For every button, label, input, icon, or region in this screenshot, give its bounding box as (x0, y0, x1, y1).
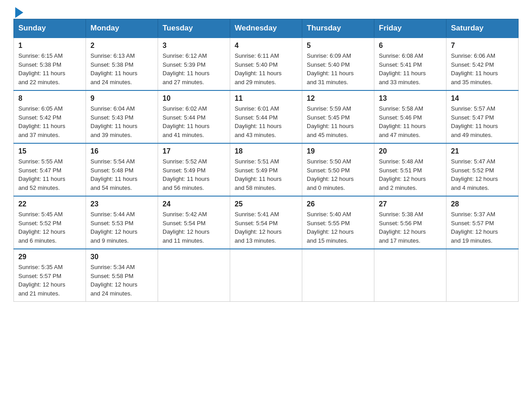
calendar-cell: 14Sunrise: 5:57 AMSunset: 5:47 PMDayligh… (446, 90, 519, 143)
calendar-cell: 28Sunrise: 5:37 AMSunset: 5:57 PMDayligh… (446, 196, 519, 249)
day-info: Sunrise: 5:45 AMSunset: 5:52 PMDaylight:… (18, 210, 81, 245)
day-number: 17 (163, 147, 225, 155)
day-info: Sunrise: 5:40 AMSunset: 5:55 PMDaylight:… (307, 210, 369, 245)
calendar-header-row: SundayMondayTuesdayWednesdayThursdayFrid… (14, 19, 519, 38)
day-number: 29 (18, 253, 81, 261)
day-number: 26 (307, 200, 369, 208)
day-number: 9 (90, 94, 153, 103)
day-number: 21 (451, 147, 514, 155)
calendar-cell: 19Sunrise: 5:50 AMSunset: 5:50 PMDayligh… (302, 143, 374, 196)
calendar-cell: 18Sunrise: 5:51 AMSunset: 5:49 PMDayligh… (230, 143, 302, 196)
day-number: 15 (18, 147, 81, 155)
day-number: 30 (90, 253, 153, 261)
day-info: Sunrise: 5:37 AMSunset: 5:57 PMDaylight:… (451, 210, 514, 245)
calendar-cell: 13Sunrise: 5:58 AMSunset: 5:46 PMDayligh… (374, 90, 446, 143)
day-number: 10 (163, 94, 225, 103)
day-number: 3 (163, 42, 225, 50)
column-header-saturday: Saturday (446, 19, 519, 38)
calendar-cell: 6Sunrise: 6:08 AMSunset: 5:41 PMDaylight… (374, 38, 446, 90)
day-info: Sunrise: 6:08 AMSunset: 5:41 PMDaylight:… (379, 51, 442, 86)
calendar-cell: 25Sunrise: 5:41 AMSunset: 5:54 PMDayligh… (230, 196, 302, 249)
calendar-week-row: 1Sunrise: 6:15 AMSunset: 5:38 PMDaylight… (14, 38, 519, 90)
day-number: 20 (379, 147, 442, 155)
day-number: 8 (18, 94, 81, 103)
calendar-cell: 16Sunrise: 5:54 AMSunset: 5:48 PMDayligh… (86, 143, 158, 196)
calendar-week-row: 29Sunrise: 5:35 AMSunset: 5:57 PMDayligh… (14, 249, 519, 302)
calendar-cell (374, 249, 446, 302)
day-number: 19 (307, 147, 369, 155)
day-number: 5 (307, 42, 369, 50)
day-info: Sunrise: 5:38 AMSunset: 5:56 PMDaylight:… (379, 210, 442, 245)
day-info: Sunrise: 5:59 AMSunset: 5:45 PMDaylight:… (307, 104, 369, 139)
day-number: 16 (90, 147, 153, 155)
day-number: 1 (18, 42, 81, 50)
column-header-thursday: Thursday (302, 19, 374, 38)
day-info: Sunrise: 5:50 AMSunset: 5:50 PMDaylight:… (307, 157, 369, 192)
day-info: Sunrise: 5:48 AMSunset: 5:51 PMDaylight:… (379, 157, 442, 192)
calendar-cell: 20Sunrise: 5:48 AMSunset: 5:51 PMDayligh… (374, 143, 446, 196)
day-number: 7 (451, 42, 514, 50)
calendar-table: SundayMondayTuesdayWednesdayThursdayFrid… (13, 19, 519, 302)
day-info: Sunrise: 5:41 AMSunset: 5:54 PMDaylight:… (235, 210, 297, 245)
column-header-sunday: Sunday (14, 19, 86, 38)
calendar-cell (302, 249, 374, 302)
calendar-cell (446, 249, 519, 302)
day-info: Sunrise: 6:15 AMSunset: 5:38 PMDaylight:… (18, 51, 81, 86)
calendar-cell: 23Sunrise: 5:44 AMSunset: 5:53 PMDayligh… (86, 196, 158, 249)
calendar-cell: 8Sunrise: 6:05 AMSunset: 5:42 PMDaylight… (14, 90, 86, 143)
column-header-wednesday: Wednesday (230, 19, 302, 38)
page-header (13, 9, 519, 14)
day-number: 12 (307, 94, 369, 103)
day-number: 14 (451, 94, 514, 103)
calendar-cell: 24Sunrise: 5:42 AMSunset: 5:54 PMDayligh… (158, 196, 230, 249)
calendar-cell (158, 249, 230, 302)
calendar-cell: 22Sunrise: 5:45 AMSunset: 5:52 PMDayligh… (14, 196, 86, 249)
day-info: Sunrise: 6:11 AMSunset: 5:40 PMDaylight:… (235, 51, 297, 86)
logo-arrow-icon (15, 7, 23, 18)
day-info: Sunrise: 5:54 AMSunset: 5:48 PMDaylight:… (90, 157, 153, 192)
column-header-monday: Monday (86, 19, 158, 38)
calendar-cell: 3Sunrise: 6:12 AMSunset: 5:39 PMDaylight… (158, 38, 230, 90)
calendar-cell: 15Sunrise: 5:55 AMSunset: 5:47 PMDayligh… (14, 143, 86, 196)
day-number: 4 (235, 42, 297, 50)
day-info: Sunrise: 5:52 AMSunset: 5:49 PMDaylight:… (163, 157, 225, 192)
day-number: 24 (163, 200, 225, 208)
calendar-cell: 4Sunrise: 6:11 AMSunset: 5:40 PMDaylight… (230, 38, 302, 90)
column-header-tuesday: Tuesday (158, 19, 230, 38)
day-info: Sunrise: 6:05 AMSunset: 5:42 PMDaylight:… (18, 104, 81, 139)
calendar-cell: 2Sunrise: 6:13 AMSunset: 5:38 PMDaylight… (86, 38, 158, 90)
calendar-cell: 21Sunrise: 5:47 AMSunset: 5:52 PMDayligh… (446, 143, 519, 196)
day-info: Sunrise: 5:47 AMSunset: 5:52 PMDaylight:… (451, 157, 514, 192)
day-number: 6 (379, 42, 442, 50)
day-info: Sunrise: 6:12 AMSunset: 5:39 PMDaylight:… (163, 51, 225, 86)
day-number: 25 (235, 200, 297, 208)
calendar-cell (230, 249, 302, 302)
day-info: Sunrise: 6:02 AMSunset: 5:44 PMDaylight:… (163, 104, 225, 139)
logo (13, 9, 23, 14)
calendar-cell: 11Sunrise: 6:01 AMSunset: 5:44 PMDayligh… (230, 90, 302, 143)
day-info: Sunrise: 6:13 AMSunset: 5:38 PMDaylight:… (90, 51, 153, 86)
day-number: 13 (379, 94, 442, 103)
day-number: 22 (18, 200, 81, 208)
day-info: Sunrise: 6:06 AMSunset: 5:42 PMDaylight:… (451, 51, 514, 86)
calendar-cell: 1Sunrise: 6:15 AMSunset: 5:38 PMDaylight… (14, 38, 86, 90)
day-number: 28 (451, 200, 514, 208)
calendar-week-row: 22Sunrise: 5:45 AMSunset: 5:52 PMDayligh… (14, 196, 519, 249)
day-info: Sunrise: 5:55 AMSunset: 5:47 PMDaylight:… (18, 157, 81, 192)
day-info: Sunrise: 6:01 AMSunset: 5:44 PMDaylight:… (235, 104, 297, 139)
day-info: Sunrise: 5:57 AMSunset: 5:47 PMDaylight:… (451, 104, 514, 139)
day-info: Sunrise: 5:42 AMSunset: 5:54 PMDaylight:… (163, 210, 225, 245)
day-number: 23 (90, 200, 153, 208)
calendar-cell: 7Sunrise: 6:06 AMSunset: 5:42 PMDaylight… (446, 38, 519, 90)
day-info: Sunrise: 6:04 AMSunset: 5:43 PMDaylight:… (90, 104, 153, 139)
day-number: 27 (379, 200, 442, 208)
calendar-cell: 29Sunrise: 5:35 AMSunset: 5:57 PMDayligh… (14, 249, 86, 302)
day-number: 18 (235, 147, 297, 155)
calendar-cell: 30Sunrise: 5:34 AMSunset: 5:58 PMDayligh… (86, 249, 158, 302)
day-number: 2 (90, 42, 153, 50)
calendar-cell: 10Sunrise: 6:02 AMSunset: 5:44 PMDayligh… (158, 90, 230, 143)
day-info: Sunrise: 5:34 AMSunset: 5:58 PMDaylight:… (90, 263, 153, 298)
calendar-cell: 9Sunrise: 6:04 AMSunset: 5:43 PMDaylight… (86, 90, 158, 143)
calendar-week-row: 8Sunrise: 6:05 AMSunset: 5:42 PMDaylight… (14, 90, 519, 143)
column-header-friday: Friday (374, 19, 446, 38)
